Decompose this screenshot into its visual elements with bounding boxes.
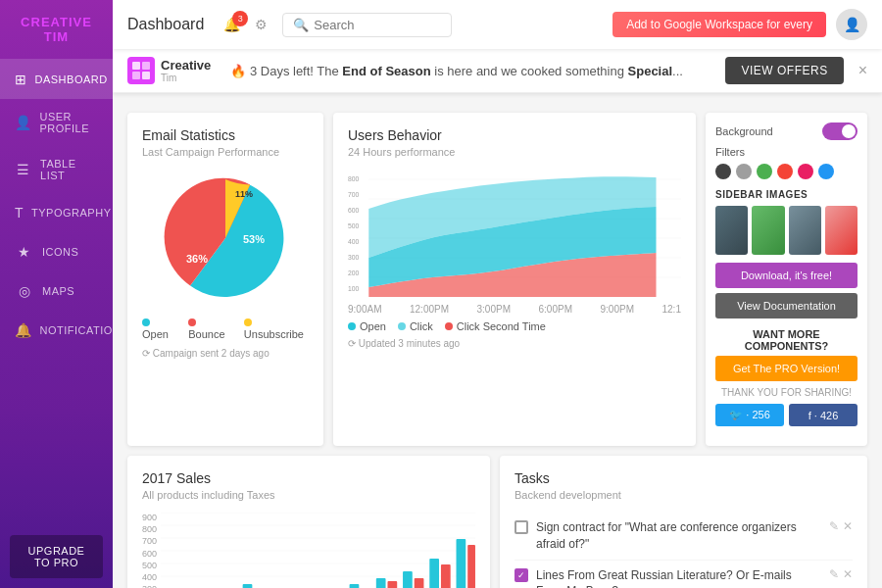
right-panel: Background Filters <box>706 113 867 446</box>
pro-section: WANT MORE COMPONENTS? Get The PRO Versio… <box>715 328 858 426</box>
main-content: Email Statistics Last Campaign Performan… <box>113 49 882 588</box>
email-stats-subtitle: Last Campaign Performance <box>142 146 309 158</box>
task-delete-1[interactable]: ✕ <box>843 567 853 581</box>
page-title: Dashboard <box>127 16 204 33</box>
tasks-title: Tasks <box>514 470 853 486</box>
task-item: Sign contract for "What are conference o… <box>514 513 853 561</box>
sidebar-image-2[interactable] <box>752 206 784 255</box>
svg-rect-46 <box>376 578 386 588</box>
facebook-button[interactable]: f · 426 <box>789 404 858 426</box>
pie-legend: Open Bounce Unsubscribe <box>142 317 309 340</box>
social-buttons: 🐦 · 256 f · 426 <box>715 404 858 426</box>
task-text-1: Lines From Great Russian Literature? Or … <box>536 567 821 588</box>
sidebar-image-4[interactable] <box>825 206 858 255</box>
bar-chart-container: 0100200300400500600700800900 <box>142 513 475 588</box>
sidebar-item-user-profile[interactable]: 👤 User Profile <box>0 99 113 146</box>
svg-text:500: 500 <box>348 220 359 230</box>
sidebar-item-maps[interactable]: ◎ Maps <box>0 271 113 311</box>
upgrade-button[interactable]: UPGRADE TO PRO <box>10 535 103 578</box>
action-button[interactable]: Add to Google Workspace for every <box>612 12 826 37</box>
topbar-icons: 🔔 3 ⚙ <box>223 17 268 32</box>
task-delete-0[interactable]: ✕ <box>843 519 853 533</box>
task-checkbox-1[interactable]: ✓ <box>514 568 528 582</box>
sidebar-label-user-profile: User Profile <box>40 111 99 134</box>
filters-label: Filters <box>715 146 745 158</box>
svg-rect-0 <box>132 62 140 70</box>
sidebar-label-notifications: Notifications <box>40 324 114 336</box>
ct-logo-icon <box>127 57 155 84</box>
svg-rect-2 <box>132 72 140 79</box>
documentation-button[interactable]: View Documentation <box>715 293 858 318</box>
svg-text:100: 100 <box>348 283 359 293</box>
task-item: ✓ Lines From Great Russian Literature? O… <box>514 561 853 588</box>
topbar: Dashboard 🔔 3 ⚙ 🔍 Add to Google Workspac… <box>113 0 882 49</box>
sidebar-label-table-list: Table List <box>40 158 98 181</box>
settings-icon[interactable]: ⚙ <box>255 17 268 32</box>
bottom-row: 2017 Sales All products including Taxes … <box>127 456 867 588</box>
background-section: Background Filters <box>715 122 858 179</box>
users-behavior-card: Users Behavior 24 Hours performance 800 … <box>333 113 696 446</box>
notif-message: 🔥 3 Days left! The End of Season is here… <box>230 64 715 78</box>
dashboard-icon: ⊞ <box>15 72 27 87</box>
color-gray[interactable] <box>736 164 752 179</box>
task-edit-0[interactable]: ✎ <box>829 519 839 533</box>
sales-subtitle: All products including Taxes <box>142 489 475 501</box>
background-toggle[interactable] <box>822 122 858 140</box>
sidebar-images <box>715 206 858 255</box>
svg-rect-48 <box>403 571 413 588</box>
twitter-button[interactable]: 🐦 · 256 <box>715 404 784 426</box>
sales-title: 2017 Sales <box>142 470 475 486</box>
svg-text:36%: 36% <box>186 253 208 265</box>
task-actions-0: ✎ ✕ <box>829 519 853 533</box>
legend-unsubscribe: Unsubscribe <box>244 328 304 340</box>
email-stats-card: Email Statistics Last Campaign Performan… <box>127 113 323 446</box>
typography-icon: T <box>15 205 24 220</box>
svg-text:200: 200 <box>348 268 359 277</box>
bar-chart-area: JanFebMarAprMaiJunJulAugSepOctNovDec <box>161 513 475 588</box>
sidebar-images-section: SIDEBAR IMAGES Download, it's free! View… <box>715 189 858 318</box>
color-green[interactable] <box>757 164 772 179</box>
svg-text:11%: 11% <box>235 189 253 199</box>
legend-bounce: Bounce <box>188 328 224 340</box>
close-banner-button[interactable]: × <box>858 62 867 79</box>
user-icon: 👤 <box>15 115 32 130</box>
svg-text:600: 600 <box>348 205 359 215</box>
filter-colors <box>715 164 858 179</box>
download-button[interactable]: Download, it's free! <box>715 263 858 288</box>
view-offers-button[interactable]: VIEW OFFERS <box>725 57 843 84</box>
notification-icon[interactable]: 🔔 3 <box>223 17 240 32</box>
svg-text:800: 800 <box>348 173 359 183</box>
tasks-card: Tasks Backend development Sign contract … <box>500 456 867 588</box>
top-cards-row: Email Statistics Last Campaign Performan… <box>127 113 867 446</box>
sidebar-item-notifications[interactable]: 🔔 Notifications <box>0 311 113 350</box>
color-pink[interactable] <box>798 164 813 179</box>
topbar-right: Add to Google Workspace for every 👤 <box>612 9 867 40</box>
color-red[interactable] <box>777 164 793 179</box>
svg-rect-44 <box>350 584 360 588</box>
sidebar-label-dashboard: Dashboard <box>35 74 108 85</box>
pro-version-button[interactable]: Get The PRO Version! <box>715 356 858 381</box>
sidebar-image-3[interactable] <box>789 206 821 255</box>
maps-icon: ◎ <box>15 283 34 299</box>
color-blue[interactable] <box>818 164 834 179</box>
svg-text:700: 700 <box>348 189 359 199</box>
svg-rect-47 <box>388 581 398 588</box>
search-input[interactable] <box>314 18 441 32</box>
upgrade-label: UPGRADE TO PRO <box>28 545 85 568</box>
sidebar-item-icons[interactable]: ★ Icons <box>0 232 113 271</box>
task-checkbox-0[interactable] <box>514 520 528 534</box>
task-edit-1[interactable]: ✎ <box>829 567 839 581</box>
svg-text:300: 300 <box>348 252 359 262</box>
want-more-label: WANT MORE COMPONENTS? <box>715 328 858 352</box>
icons-icon: ★ <box>15 244 34 260</box>
sidebar-image-1[interactable] <box>715 206 748 255</box>
sidebar-item-typography[interactable]: T Typography <box>0 193 113 232</box>
sidebar-item-dashboard[interactable]: ⊞ Dashboard <box>0 60 113 99</box>
filters-row: Filters <box>715 146 858 158</box>
color-dark[interactable] <box>715 164 731 179</box>
sidebar-item-table-list[interactable]: ☰ Table List <box>0 146 113 193</box>
svg-rect-1 <box>142 62 150 70</box>
svg-rect-36 <box>243 584 253 588</box>
pie-chart: 53% 36% 11% <box>142 170 309 307</box>
brand-text: CREATIVE TIM <box>21 15 92 44</box>
